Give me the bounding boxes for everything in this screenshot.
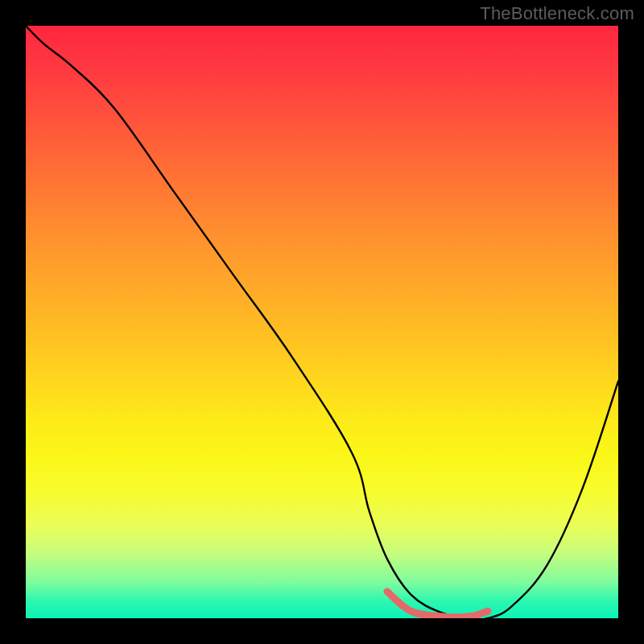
chart-frame: TheBottleneck.com <box>0 0 644 644</box>
bottleneck-curve-path <box>26 26 618 618</box>
watermark-text: TheBottleneck.com <box>480 3 634 24</box>
chart-svg <box>26 26 618 618</box>
optimal-band-path <box>387 592 488 617</box>
